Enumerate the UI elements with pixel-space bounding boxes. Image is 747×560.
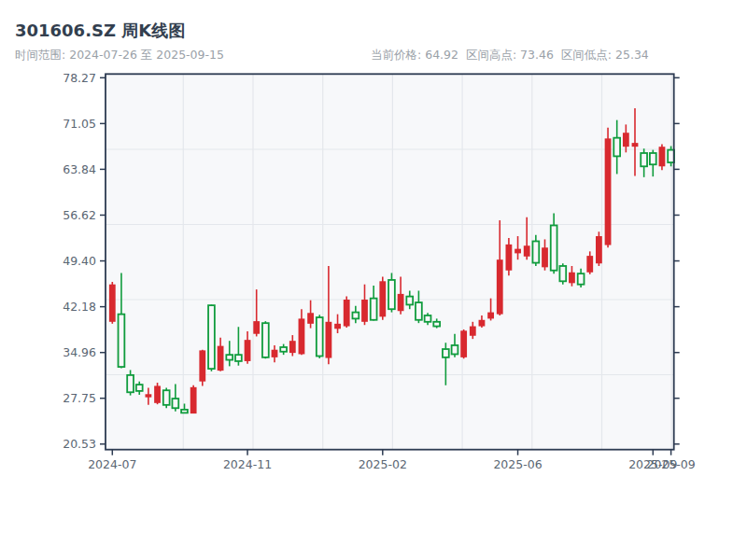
svg-text:56.62: 56.62: [63, 208, 96, 222]
svg-text:63.84: 63.84: [63, 162, 96, 176]
svg-text:27.75: 27.75: [63, 391, 96, 405]
x-axis: 2024-072024-112025-022025-062025-092025-…: [88, 450, 696, 472]
svg-text:34.96: 34.96: [63, 345, 96, 359]
svg-text:2024-11: 2024-11: [223, 457, 272, 471]
svg-text:42.18: 42.18: [63, 300, 96, 314]
svg-text:2025-02: 2025-02: [359, 457, 407, 471]
svg-text:20.53: 20.53: [63, 437, 96, 451]
svg-text:78.27: 78.27: [63, 71, 96, 85]
svg-text:2025-06: 2025-06: [493, 457, 542, 471]
svg-text:49.40: 49.40: [63, 254, 96, 268]
weekly-kline-chart: 78.2771.0563.8456.6249.4042.1834.9627.75…: [0, 0, 747, 560]
svg-text:71.05: 71.05: [63, 117, 96, 131]
kline-page: 301606.SZ 周K线图 时间范围: 2024-07-26 至 2025-0…: [0, 0, 747, 560]
svg-text:2025-09: 2025-09: [646, 457, 695, 471]
svg-text:2024-07: 2024-07: [88, 457, 136, 471]
